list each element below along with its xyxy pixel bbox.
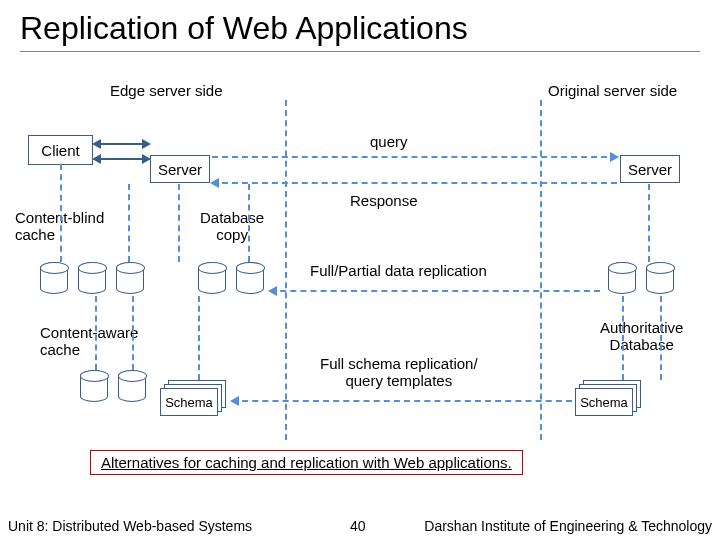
client-server-arrow-bottom — [94, 158, 149, 160]
cylinder-icon — [118, 370, 146, 402]
conn-line — [132, 296, 134, 370]
cylinder-icon — [80, 370, 108, 402]
conn-line — [95, 296, 97, 370]
cylinder-icon — [198, 262, 226, 294]
cylinder-icon — [78, 262, 106, 294]
conn-line — [178, 184, 180, 262]
query-label: query — [370, 133, 408, 150]
slide-title: Replication of Web Applications — [0, 0, 720, 51]
caption-box: Alternatives for caching and replication… — [90, 450, 523, 475]
database-copy-label: Database copy — [200, 210, 264, 243]
footer-unit: Unit 8: Distributed Web-based Systems — [8, 518, 252, 534]
cylinder-icon — [236, 262, 264, 294]
cylinder-icon — [608, 262, 636, 294]
conn-line — [128, 184, 130, 262]
full-partial-arrow — [270, 290, 600, 292]
conn-line — [660, 296, 662, 380]
original-section-label: Original server side — [548, 82, 677, 99]
edge-section-label: Edge server side — [110, 82, 223, 99]
footer-page: 40 — [350, 518, 366, 534]
content-aware-label: Content-aware cache — [40, 325, 138, 358]
conn-line — [622, 296, 624, 380]
response-label: Response — [350, 192, 418, 209]
authoritative-db-label: Authoritative Database — [600, 320, 683, 353]
query-arrow — [212, 156, 617, 158]
divider-line-2 — [540, 100, 542, 440]
title-divider — [20, 51, 700, 52]
cylinder-icon — [40, 262, 68, 294]
origin-server-node: Server — [620, 155, 680, 183]
footer-institute: Darshan Institute of Engineering & Techn… — [424, 518, 712, 534]
response-arrow — [212, 182, 617, 184]
full-schema-arrow — [232, 400, 572, 402]
cylinder-icon — [646, 262, 674, 294]
client-server-arrow-top — [94, 143, 149, 145]
divider-line-1 — [285, 100, 287, 440]
client-node: Client — [28, 135, 93, 165]
cylinder-icon — [116, 262, 144, 294]
full-partial-label: Full/Partial data replication — [310, 262, 487, 279]
full-schema-label: Full schema replication/ query templates — [320, 355, 478, 390]
conn-line — [248, 184, 250, 262]
conn-line — [198, 296, 200, 380]
conn-line — [60, 164, 62, 262]
conn-line — [648, 184, 650, 262]
edge-server-node: Server — [150, 155, 210, 183]
